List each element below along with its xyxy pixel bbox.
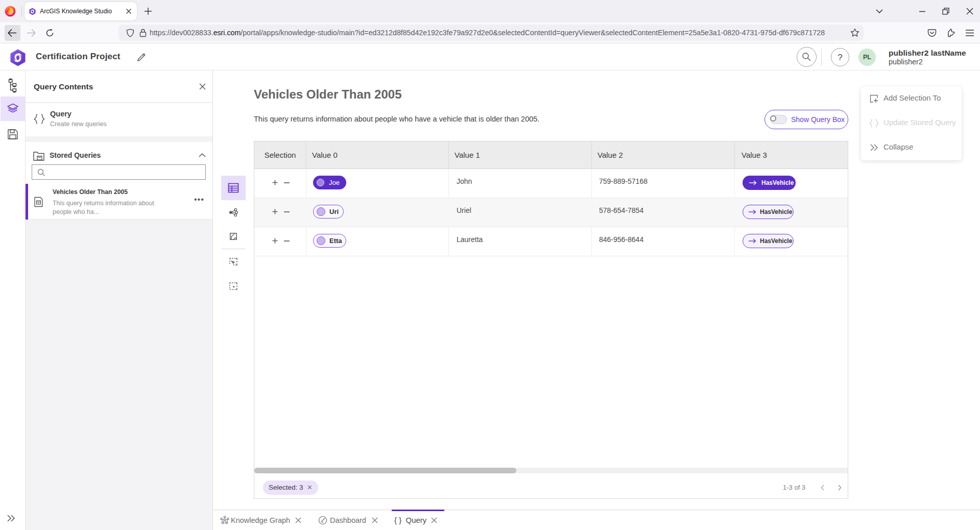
svg-text:?: ?: [838, 53, 842, 62]
